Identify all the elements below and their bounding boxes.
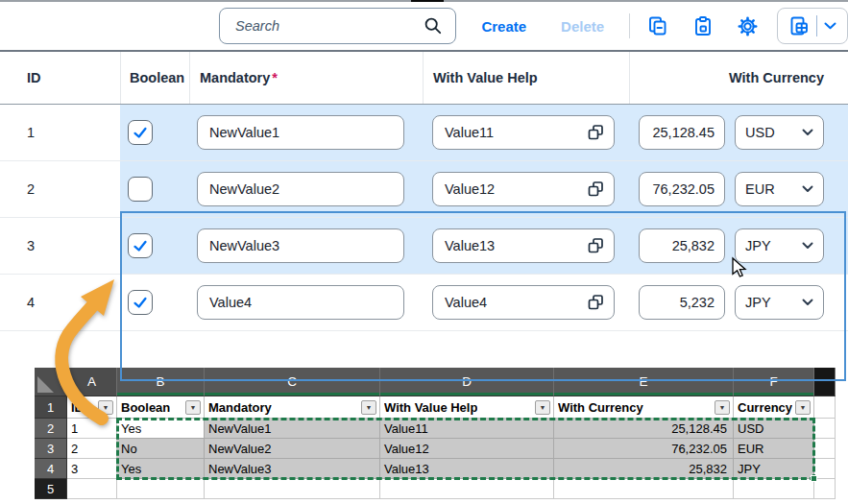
sheet-cell[interactable] xyxy=(205,479,380,499)
column-letter-e[interactable]: E xyxy=(554,368,734,396)
value-help-icon[interactable] xyxy=(586,293,605,312)
column-header-boolean[interactable]: Boolean xyxy=(120,52,189,104)
sheet-cell[interactable] xyxy=(814,419,836,439)
sheet-header-cell[interactable]: Boolean▼ xyxy=(117,396,205,419)
mandatory-input[interactable]: NewValue3 xyxy=(197,228,404,263)
sheet-cell[interactable]: No xyxy=(117,439,205,459)
export-menu-chevron-icon[interactable] xyxy=(824,22,836,30)
column-letter-f[interactable]: F xyxy=(734,368,814,396)
amount-input[interactable]: 25,832 xyxy=(639,228,725,263)
checkmark-icon xyxy=(132,237,149,254)
column-letter-d[interactable]: D xyxy=(380,368,554,396)
sheet-cell[interactable]: 76,232.05 xyxy=(554,439,734,459)
currency-select[interactable]: JPY xyxy=(735,285,824,320)
value-help-input[interactable]: Value4 xyxy=(432,285,615,320)
row-id-text: 1 xyxy=(27,125,35,140)
filter-dropdown-icon[interactable]: ▼ xyxy=(535,400,550,415)
sheet-header-cell[interactable]: With Value Help▼ xyxy=(380,396,554,419)
sheet-cell[interactable]: 3 xyxy=(67,459,117,479)
sheet-cell[interactable]: NewValue2 xyxy=(205,439,380,459)
amount-input[interactable]: 25,128.45 xyxy=(639,115,725,150)
sheet-cell[interactable]: Value11 xyxy=(380,419,554,439)
sheet-cell[interactable]: JPY xyxy=(734,459,814,479)
currency-select[interactable]: USD xyxy=(735,115,824,150)
value-help-input[interactable]: Value13 xyxy=(432,228,615,263)
row-number-2[interactable]: 2 xyxy=(35,419,67,439)
sheet-cell[interactable] xyxy=(814,396,836,419)
amount-input[interactable]: 76,232.05 xyxy=(639,172,725,206)
table-row[interactable]: 4 Value4 Value4 5,232 JPY xyxy=(0,275,848,331)
sheet-cell[interactable] xyxy=(554,479,734,499)
table-row[interactable]: 1 NewValue1 Value11 25,128.45 USD xyxy=(0,105,848,161)
sheet-header-cell[interactable]: With Currency▼ xyxy=(554,396,734,419)
sheet-header-label: Mandatory xyxy=(208,400,272,415)
table-row[interactable]: 2 NewValue2 Value12 76,232.05 EUR xyxy=(0,161,848,218)
column-header-currency[interactable]: With Currency xyxy=(629,52,848,104)
amount-input[interactable]: 5,232 xyxy=(639,285,725,320)
sheet-cell[interactable]: 25,128.45 xyxy=(554,419,734,439)
export-split-button[interactable] xyxy=(777,8,848,44)
sheet-cell[interactable]: Yes xyxy=(117,419,205,439)
value-help-icon[interactable] xyxy=(586,236,605,255)
column-letter-b[interactable]: B xyxy=(117,368,205,396)
mandatory-input[interactable]: NewValue2 xyxy=(197,172,404,206)
sheet-cell[interactable]: Yes xyxy=(117,459,205,479)
row-number-5[interactable]: 5 xyxy=(35,479,67,499)
boolean-checkbox[interactable] xyxy=(128,177,153,202)
copy-icon[interactable] xyxy=(642,10,673,42)
paste-icon[interactable] xyxy=(687,10,718,42)
search-input[interactable] xyxy=(233,17,421,35)
column-header-id[interactable]: ID xyxy=(0,52,120,104)
row-number-4[interactable]: 4 xyxy=(35,459,67,479)
sheet-header-cell[interactable]: Mandatory▼ xyxy=(205,396,380,419)
sheet-header-cell[interactable]: Currency▼ xyxy=(734,396,814,419)
row-number-3[interactable]: 3 xyxy=(35,439,67,459)
filter-dropdown-icon[interactable]: ▼ xyxy=(361,400,376,415)
value-help-input[interactable]: Value11 xyxy=(432,115,615,150)
sheet-cell[interactable] xyxy=(814,439,836,459)
export-to-spreadsheet-icon[interactable] xyxy=(788,15,810,36)
sheet-cell[interactable]: NewValue3 xyxy=(205,459,380,479)
sheet-cell[interactable] xyxy=(814,479,836,499)
settings-gear-icon[interactable] xyxy=(732,10,763,42)
column-letter-a[interactable]: A xyxy=(67,368,117,396)
value-help-icon[interactable] xyxy=(586,123,605,142)
filter-dropdown-icon[interactable]: ▼ xyxy=(185,400,201,415)
search-icon[interactable] xyxy=(421,13,446,38)
sheet-cell[interactable] xyxy=(380,479,554,499)
sheet-cell[interactable]: 2 xyxy=(67,439,117,459)
create-button[interactable]: Create xyxy=(473,12,534,40)
currency-select[interactable]: JPY xyxy=(735,228,824,263)
sheet-cell[interactable] xyxy=(67,479,117,499)
sheet-cell[interactable] xyxy=(734,479,814,499)
filter-dropdown-icon[interactable]: ▼ xyxy=(715,400,730,415)
boolean-checkbox[interactable] xyxy=(128,290,153,315)
sheet-cell[interactable]: Value12 xyxy=(380,439,554,459)
column-header-value-help[interactable]: With Value Help xyxy=(423,52,629,104)
sheet-header-cell[interactable]: ID▼ xyxy=(67,396,117,419)
row-number-1[interactable]: 1 xyxy=(35,396,67,419)
mandatory-input[interactable]: NewValue1 xyxy=(197,115,404,150)
search-field[interactable] xyxy=(219,8,456,44)
value-help-input[interactable]: Value12 xyxy=(432,172,615,206)
sheet-cell[interactable]: USD xyxy=(734,419,814,439)
currency-select[interactable]: EUR xyxy=(735,172,824,206)
boolean-checkbox[interactable] xyxy=(128,120,153,145)
column-header-mandatory[interactable]: Mandatory* xyxy=(189,52,423,104)
value-help-icon[interactable] xyxy=(586,180,605,199)
boolean-checkbox[interactable] xyxy=(128,233,153,258)
filter-dropdown-icon[interactable]: ▼ xyxy=(795,400,811,415)
sheet-cell[interactable] xyxy=(814,459,836,479)
sheet-cell[interactable] xyxy=(117,479,205,499)
column-letter-c[interactable]: C xyxy=(205,368,380,396)
select-all-corner[interactable] xyxy=(35,368,67,396)
table-row[interactable]: 3 NewValue3 Value13 25,832 JPY xyxy=(0,218,848,275)
delete-button[interactable]: Delete xyxy=(553,12,612,40)
sheet-cell[interactable]: Value13 xyxy=(380,459,554,479)
sheet-cell[interactable]: NewValue1 xyxy=(205,419,380,439)
sheet-cell[interactable]: 1 xyxy=(67,419,117,439)
filter-dropdown-icon[interactable]: ▼ xyxy=(98,400,113,415)
mandatory-input[interactable]: Value4 xyxy=(197,285,404,320)
sheet-cell[interactable]: EUR xyxy=(734,439,814,459)
sheet-cell[interactable]: 25,832 xyxy=(554,459,734,479)
